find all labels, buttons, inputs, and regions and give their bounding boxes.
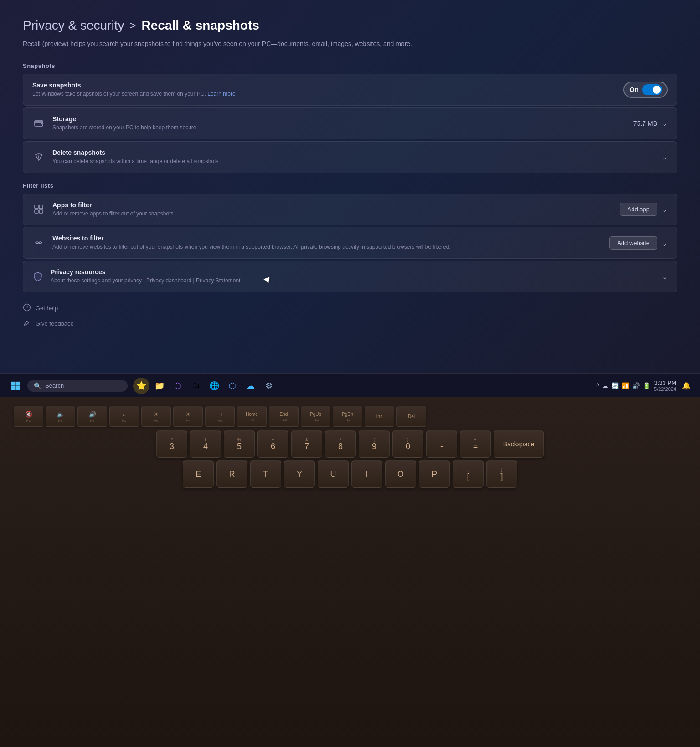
- taskbar-icon-yellow[interactable]: ⭐: [133, 378, 149, 394]
- websites-filter-desc: Add or remove websites to filter out of …: [52, 243, 602, 251]
- get-help-icon: ?: [23, 303, 31, 313]
- learn-more-link[interactable]: Learn more: [207, 91, 235, 97]
- svg-rect-9: [11, 381, 15, 385]
- privacy-resources-card[interactable]: Privacy resources About these settings a…: [23, 261, 677, 292]
- tray-volume-icon[interactable]: 🔊: [632, 382, 640, 389]
- key-rparen-0[interactable]: )0: [392, 430, 423, 458]
- fn-key-home[interactable]: HomeF9: [237, 406, 267, 427]
- taskbar-time-area[interactable]: 3:33 PM 5/22/2024: [654, 379, 676, 392]
- key-lparen-9[interactable]: (9: [359, 430, 390, 458]
- delete-snapshots-title: Delete snapshots: [52, 149, 654, 156]
- taskbar-icon-browser[interactable]: 🌐: [206, 378, 222, 394]
- filter-section-label: Filter lists: [23, 182, 677, 189]
- key-u[interactable]: U: [318, 460, 349, 488]
- fn-key-f5[interactable]: ☼F5: [109, 406, 139, 427]
- taskbar-icon-files2[interactable]: 🗂: [188, 378, 204, 394]
- footer-links: ? Get help Give feedback: [23, 303, 677, 329]
- fn-key-f3[interactable]: 🔈F3: [46, 406, 75, 427]
- delete-snapshots-chevron-icon[interactable]: ⌄: [662, 153, 668, 161]
- key-backspace[interactable]: Backspace: [494, 430, 544, 458]
- breadcrumb-current: Recall & snapshots: [142, 18, 259, 33]
- fn-key-f8[interactable]: □F8: [205, 406, 235, 427]
- key-caret-6[interactable]: ^6: [257, 430, 288, 458]
- key-p[interactable]: P: [419, 460, 450, 488]
- key-rbrace[interactable]: }]: [486, 460, 517, 488]
- key-star-8[interactable]: *8: [325, 430, 356, 458]
- give-feedback-link[interactable]: Give feedback: [23, 319, 677, 329]
- add-app-button[interactable]: Add app: [620, 203, 657, 216]
- privacy-resources-content: Privacy resources About these settings a…: [51, 268, 654, 285]
- apps-filter-desc: Add or remove apps to filter out of your…: [52, 210, 612, 218]
- websites-filter-content: Websites to filter Add or remove website…: [52, 235, 602, 251]
- key-percent-5[interactable]: %5: [224, 430, 255, 458]
- key-lbrace[interactable]: {[: [453, 460, 484, 488]
- qwerty-key-row: E R T Y U I O P {[ }]: [5, 460, 695, 488]
- delete-snapshots-icon: [32, 151, 45, 164]
- key-plus[interactable]: +=: [460, 430, 491, 458]
- get-help-link[interactable]: ? Get help: [23, 303, 677, 313]
- svg-rect-4: [39, 205, 43, 209]
- fn-key-pgup[interactable]: PgUpF11: [301, 406, 330, 427]
- breadcrumb-privacy[interactable]: Privacy & security: [23, 18, 124, 33]
- taskbar-icon-settings[interactable]: ⚙: [261, 378, 277, 394]
- key-o[interactable]: O: [385, 460, 416, 488]
- snapshots-section-label: Snapshots: [23, 62, 677, 69]
- storage-card[interactable]: Storage Snapshots are stored on your PC …: [23, 107, 677, 139]
- toggle-track[interactable]: [642, 84, 662, 95]
- storage-desc: Snapshots are stored on your PC to help …: [52, 124, 626, 132]
- taskbar-icon-arrow[interactable]: ⬡: [224, 378, 241, 394]
- key-y[interactable]: Y: [284, 460, 315, 488]
- taskbar-app-icons: ⭐ 📁 ⬡ 🗂 🌐 ⬡ ☁ ⚙: [133, 378, 277, 394]
- page-subtitle: Recall (preview) helps you search your s…: [23, 39, 677, 49]
- key-hash-3[interactable]: #3: [156, 430, 187, 458]
- breadcrumb-separator: >: [130, 19, 136, 32]
- save-snapshots-toggle[interactable]: On: [623, 82, 668, 98]
- svg-rect-11: [11, 386, 15, 390]
- privacy-resources-chevron-icon[interactable]: ⌄: [662, 272, 668, 281]
- fn-key-ins[interactable]: Ins: [365, 406, 394, 427]
- storage-right: 75.7 MB ⌄: [633, 119, 668, 128]
- fn-key-end[interactable]: EndF10: [269, 406, 299, 427]
- save-snapshots-content: Save snapshots Let Windows take snapshot…: [32, 82, 616, 98]
- tray-chevron-icon[interactable]: ^: [596, 382, 599, 389]
- svg-point-2: [41, 123, 42, 124]
- fn-key-pgdn[interactable]: PgDnF12: [333, 406, 362, 427]
- fn-key-f7[interactable]: ☀F7: [173, 406, 203, 427]
- taskbar-search-bar[interactable]: 🔍 Search: [27, 380, 128, 392]
- taskbar-icon-cloud[interactable]: ☁: [242, 378, 259, 394]
- storage-value: 75.7 MB: [633, 120, 657, 127]
- key-r[interactable]: R: [216, 460, 247, 488]
- taskbar-icon-files[interactable]: 📁: [151, 378, 168, 394]
- key-amp-7[interactable]: &7: [291, 430, 322, 458]
- storage-title: Storage: [52, 115, 626, 123]
- fn-key-del[interactable]: Del: [396, 406, 426, 427]
- key-i[interactable]: I: [351, 460, 382, 488]
- key-dollar-4[interactable]: $4: [190, 430, 221, 458]
- notification-button[interactable]: 🔔: [680, 379, 693, 392]
- taskbar-search-text: Search: [45, 382, 64, 389]
- key-dash[interactable]: —-: [426, 430, 457, 458]
- tray-cloud-icon[interactable]: ☁: [602, 382, 608, 389]
- tray-refresh-icon[interactable]: 🔄: [611, 382, 619, 389]
- keyboard-area: 🔇F2 🔈F3 🔊F4 ☼F5 ☀F6 ☀F7 □F8 HomeF9 EndF1…: [0, 397, 700, 747]
- tray-battery-icon[interactable]: 🔋: [643, 382, 650, 389]
- delete-snapshots-card[interactable]: Delete snapshots You can delete snapshot…: [23, 141, 677, 173]
- storage-chevron-icon[interactable]: ⌄: [662, 119, 668, 128]
- tray-wifi-icon[interactable]: 📶: [622, 382, 629, 389]
- storage-content: Storage Snapshots are stored on your PC …: [52, 115, 626, 132]
- apps-filter-chevron-icon[interactable]: ⌄: [662, 205, 668, 214]
- fn-key-f4[interactable]: 🔊F4: [77, 406, 107, 427]
- add-website-button[interactable]: Add website: [609, 236, 657, 250]
- save-snapshots-title: Save snapshots: [32, 82, 616, 89]
- key-t[interactable]: T: [250, 460, 281, 488]
- start-button[interactable]: [7, 378, 24, 394]
- websites-filter-right: Add website ⌄: [609, 236, 668, 250]
- taskbar-icon-purple[interactable]: ⬡: [170, 378, 186, 394]
- apps-to-filter-card: Apps to filter Add or remove apps to fil…: [23, 194, 677, 225]
- fn-key-f2[interactable]: 🔇F2: [14, 406, 43, 427]
- websites-filter-chevron-icon[interactable]: ⌄: [662, 239, 668, 247]
- fn-key-f6[interactable]: ☀F6: [141, 406, 171, 427]
- breadcrumb: Privacy & security > Recall & snapshots: [23, 18, 677, 33]
- key-e[interactable]: E: [183, 460, 214, 488]
- apps-filter-icon: [32, 203, 45, 215]
